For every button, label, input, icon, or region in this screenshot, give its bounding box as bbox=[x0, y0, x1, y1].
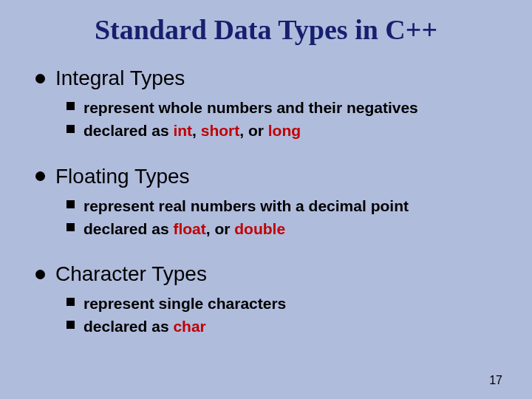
item-text: represent single characters bbox=[83, 293, 286, 313]
bullet-disc-icon bbox=[35, 270, 45, 279]
section-header: Character Types bbox=[35, 262, 510, 286]
item-text: declared as char bbox=[83, 316, 206, 336]
bullet-disc-icon bbox=[35, 74, 45, 83]
section-header: Integral Types bbox=[35, 66, 510, 90]
bullet-square-icon bbox=[66, 223, 75, 231]
list-item: declared as float, or double bbox=[66, 219, 510, 239]
list-item: declared as char bbox=[66, 316, 510, 336]
list-item: represent single characters bbox=[66, 293, 510, 313]
list-item: represent whole numbers and their negati… bbox=[66, 98, 510, 117]
bullet-square-icon bbox=[66, 200, 75, 208]
section-header: Floating Types bbox=[35, 165, 510, 188]
bullet-square-icon bbox=[66, 298, 75, 306]
bullet-square-icon bbox=[66, 125, 75, 133]
slide-content: Integral Types represent whole numbers a… bbox=[0, 66, 532, 337]
list-item: declared as int, short, or long bbox=[66, 120, 510, 140]
bullet-square-icon bbox=[66, 102, 75, 110]
subitems: represent whole numbers and their negati… bbox=[35, 98, 510, 141]
subitems: represent real numbers with a decimal po… bbox=[35, 196, 510, 239]
slide-title: Standard Data Types in C++ bbox=[0, 0, 532, 66]
section-heading: Floating Types bbox=[55, 165, 190, 188]
item-text: declared as int, short, or long bbox=[83, 120, 301, 140]
section-floating: Floating Types represent real numbers wi… bbox=[35, 165, 510, 239]
item-text: represent whole numbers and their negati… bbox=[83, 98, 418, 117]
section-heading: Integral Types bbox=[55, 66, 185, 90]
list-item: represent real numbers with a decimal po… bbox=[66, 196, 510, 216]
section-integral: Integral Types represent whole numbers a… bbox=[35, 66, 510, 141]
bullet-square-icon bbox=[66, 321, 75, 329]
subitems: represent single characters declared as … bbox=[35, 293, 510, 337]
item-text: represent real numbers with a decimal po… bbox=[83, 196, 409, 216]
bullet-disc-icon bbox=[35, 171, 45, 181]
item-text: declared as float, or double bbox=[83, 219, 285, 239]
section-character: Character Types represent single charact… bbox=[35, 262, 510, 337]
section-heading: Character Types bbox=[55, 262, 207, 286]
page-number: 17 bbox=[489, 374, 502, 387]
